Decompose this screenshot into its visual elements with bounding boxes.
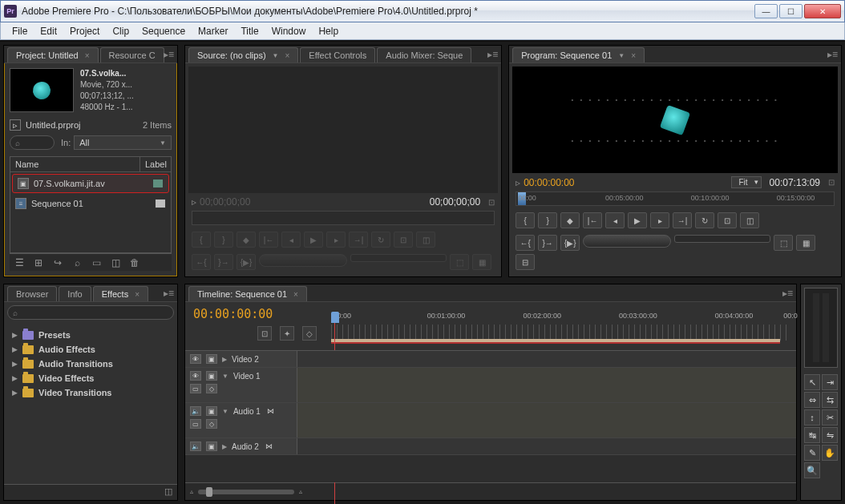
jog-shuttle[interactable] [259, 254, 347, 267]
ripple-tool[interactable]: ⇔ [804, 392, 820, 408]
tab-source[interactable]: Source: (no clips)▼× [188, 47, 298, 62]
speaker-icon[interactable]: 🔈 [190, 442, 201, 451]
goto-out-button[interactable]: →| [349, 232, 368, 248]
snap-icon[interactable]: ⊡ [257, 326, 272, 341]
track-style-icon[interactable]: ▭ [190, 419, 201, 429]
extract-button[interactable]: ▦ [796, 235, 815, 251]
hand-tool[interactable]: ✋ [822, 445, 838, 461]
insert-button[interactable]: ⬚ [450, 254, 469, 270]
timeline-timecode[interactable]: 00:00:00:00 [193, 307, 325, 321]
track-audio-2[interactable]: 🔈▣▶Audio 2⋈ [185, 438, 796, 455]
next-marker-button[interactable]: }→ [214, 254, 233, 270]
tab-browser[interactable]: Browser [7, 286, 57, 301]
effects-folder-audio-transitions[interactable]: ▶Audio Transitions [9, 357, 172, 371]
clip-thumbnail[interactable] [10, 68, 74, 112]
slide-tool[interactable]: ⇋ [822, 427, 838, 443]
step-fwd-button[interactable]: ▸ [650, 212, 669, 228]
close-icon[interactable]: × [85, 51, 90, 60]
effects-folder-presets[interactable]: ▶Presets [9, 328, 172, 342]
automate-icon[interactable]: ↪ [51, 256, 64, 269]
slip-tool[interactable]: ↹ [804, 427, 820, 443]
prev-marker-button[interactable]: ←{ [192, 254, 211, 270]
jog-wheel[interactable] [674, 235, 770, 243]
new-bin-icon[interactable]: ▭ [90, 256, 103, 269]
mark-out-button[interactable]: } [538, 212, 557, 228]
overlay-button[interactable]: ▦ [472, 254, 491, 270]
export-frame-button[interactable]: ◫ [740, 212, 759, 228]
track-style-icon[interactable]: ▭ [190, 384, 201, 393]
program-ruler[interactable]: 00:00 00:05:00:00 00:10:00:00 00:15:00:0… [515, 192, 835, 206]
lock-icon[interactable]: ▣ [206, 442, 217, 451]
track-video-2[interactable]: 👁▣▶Video 2 [185, 351, 796, 368]
effects-folder-audio-effects[interactable]: ▶Audio Effects [9, 342, 172, 357]
play-button[interactable]: ▶ [628, 212, 647, 228]
goto-in-button[interactable]: |← [259, 232, 278, 248]
source-ruler[interactable] [192, 211, 495, 225]
icon-view-icon[interactable]: ⊞ [32, 256, 45, 269]
zoom-tool[interactable]: 🔍 [804, 462, 820, 478]
marker-button[interactable]: ◆ [560, 212, 580, 228]
label-swatch[interactable] [155, 199, 166, 208]
close-icon[interactable]: × [135, 290, 139, 299]
list-view-icon[interactable]: ☰ [13, 256, 26, 269]
tab-timeline[interactable]: Timeline: Sequence 01× [188, 286, 307, 301]
safe-margin-button[interactable]: ⊡ [718, 212, 737, 228]
menu-title[interactable]: Title [234, 24, 265, 38]
label-swatch[interactable] [152, 179, 164, 188]
tab-audio-mixer[interactable]: Audio Mixer: Seque [377, 47, 471, 62]
in-filter-select[interactable]: All▼ [74, 135, 172, 150]
play-inout-button[interactable]: {▶} [560, 235, 580, 251]
menu-project[interactable]: Project [63, 24, 106, 38]
speaker-icon[interactable]: 🔈 [190, 406, 201, 416]
track-select-tool[interactable]: ⇥ [822, 374, 838, 390]
menu-window[interactable]: Window [265, 24, 313, 38]
lock-icon[interactable]: ▣ [206, 371, 217, 381]
next-edit-button[interactable]: }→ [538, 235, 557, 251]
tab-program[interactable]: Program: Sequence 01▼× [512, 47, 645, 62]
new-bin-icon[interactable]: ◫ [164, 486, 172, 498]
goto-out-button[interactable]: →| [673, 212, 692, 228]
tab-project[interactable]: Project: Untitled× [7, 47, 99, 62]
trim-button[interactable]: ⊟ [515, 254, 535, 270]
safe-margin-button[interactable]: ⊡ [394, 232, 413, 248]
zoom-fit-select[interactable]: Fit [731, 176, 761, 188]
find-icon[interactable]: ⌕ [71, 256, 83, 269]
play-inout-button[interactable]: {▶} [237, 254, 256, 270]
prev-edit-button[interactable]: ←{ [515, 235, 535, 251]
menu-edit[interactable]: Edit [34, 24, 63, 38]
timeline-playhead[interactable] [331, 312, 339, 342]
tab-effect-controls[interactable]: Effect Controls [300, 47, 375, 62]
step-fwd-button[interactable]: ▸ [326, 232, 346, 248]
zoom-slider[interactable] [198, 490, 294, 494]
lock-icon[interactable]: ▣ [206, 354, 217, 364]
mark-in-button[interactable]: { [192, 232, 211, 248]
marker-button[interactable]: ◆ [237, 232, 256, 248]
tab-info[interactable]: Info [59, 286, 91, 301]
mark-out-button[interactable]: } [214, 232, 233, 248]
wrench-icon[interactable]: ✦ [280, 326, 294, 341]
rolling-tool[interactable]: ⇆ [822, 392, 838, 408]
marker-icon[interactable]: ◇ [302, 326, 317, 341]
close-icon[interactable]: × [631, 51, 636, 60]
menu-help[interactable]: Help [312, 24, 345, 38]
rate-stretch-tool[interactable]: ↕ [804, 409, 820, 425]
source-tc-in[interactable]: ▹00;00;00;00 [192, 196, 250, 208]
track-audio-1[interactable]: 🔈▣▼Audio 1⋈ ▭◇ [185, 403, 796, 438]
new-item-icon[interactable]: ◫ [109, 256, 122, 269]
bin-item-sequence[interactable]: ≡ Sequence 01 [10, 195, 171, 212]
selection-tool[interactable]: ↖ [804, 374, 820, 390]
lock-icon[interactable]: ▣ [206, 406, 217, 416]
goto-in-button[interactable]: |← [583, 212, 602, 228]
search-input[interactable]: ⌕ [10, 135, 55, 150]
maximize-button[interactable]: ☐ [779, 4, 803, 18]
step-back-button[interactable]: ◂ [281, 232, 301, 248]
tab-resource[interactable]: Resource C [100, 47, 164, 62]
loop-button[interactable]: ↻ [371, 232, 390, 248]
close-icon[interactable]: × [285, 51, 290, 60]
razor-tool[interactable]: ✂ [822, 409, 838, 425]
step-back-button[interactable]: ◂ [605, 212, 625, 228]
zoom-out-icon[interactable]: ▵ [190, 488, 193, 495]
effects-folder-video-effects[interactable]: ▶Video Effects [9, 371, 172, 385]
bin-item-clip[interactable]: ▣ 07.S.volkami.jit.av [12, 174, 169, 193]
panel-menu-icon[interactable]: ▸≡ [164, 49, 174, 60]
